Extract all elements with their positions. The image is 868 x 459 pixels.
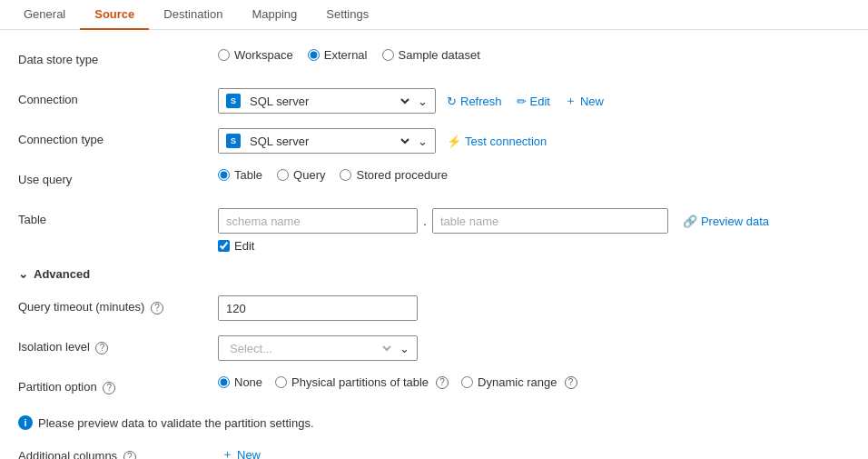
connection-label: Connection — [18, 88, 218, 106]
advanced-section[interactable]: ⌄ Advanced — [18, 267, 850, 281]
isolation-level-dropdown[interactable]: Select... Read committed Read uncommitte… — [218, 335, 418, 361]
isolation-level-select[interactable]: Select... Read committed Read uncommitte… — [226, 341, 394, 356]
radio-none-label: None — [234, 375, 262, 389]
dynamic-range-help-icon[interactable]: ? — [565, 376, 577, 389]
connection-type-label: Connection type — [18, 128, 218, 146]
edit-checkbox-label: Edit — [234, 239, 254, 253]
table-row: Table . 🔗 Preview data Edit — [18, 208, 850, 253]
refresh-label: Refresh — [460, 95, 502, 108]
physical-partitions-help-icon[interactable]: ? — [436, 376, 449, 389]
additional-columns-controls: ＋ New — [218, 444, 850, 459]
connection-row: Connection S SQL server ⌄ ↻ Refresh ✏ Ed… — [18, 88, 850, 114]
isolation-level-row: Isolation level ? Select... Read committ… — [18, 335, 850, 361]
connection-type-dropdown[interactable]: S SQL server ⌄ — [218, 128, 436, 154]
preview-data-button[interactable]: 🔗 Preview data — [683, 215, 769, 228]
conn-type-sql-icon: S — [226, 134, 241, 148]
use-query-row: Use query Table Query Stored procedure — [18, 168, 850, 194]
radio-query-label: Query — [293, 168, 325, 182]
radio-external-label: External — [324, 48, 368, 62]
data-store-type-row: Data store type Workspace External Sampl… — [18, 48, 850, 74]
use-query-label: Use query — [18, 168, 218, 186]
partition-option-help-icon[interactable]: ? — [103, 382, 115, 394]
form-content: Data store type Workspace External Sampl… — [0, 30, 868, 459]
add-column-plus-icon: ＋ — [222, 446, 233, 459]
refresh-icon: ↻ — [447, 95, 457, 108]
radio-physical-partitions-label: Physical partitions of table — [291, 375, 429, 389]
add-column-label: New — [237, 448, 261, 460]
isolation-chevron-icon: ⌄ — [399, 342, 409, 355]
add-column-button[interactable]: ＋ New — [218, 444, 264, 459]
additional-columns-row: Additional columns ? ＋ New — [18, 444, 850, 459]
radio-sample-dataset[interactable]: Sample dataset — [382, 48, 480, 62]
info-message-row: i Please preview data to validate the pa… — [18, 415, 850, 430]
test-connection-button[interactable]: ⚡ Test connection — [443, 133, 550, 150]
chevron-down-icon: ⌄ — [18, 267, 28, 281]
new-label: New — [580, 95, 604, 108]
radio-dynamic-range-label: Dynamic range — [478, 375, 557, 389]
radio-stored-procedure[interactable]: Stored procedure — [340, 168, 447, 182]
sql-icon: S — [226, 94, 241, 108]
info-message-text: Please preview data to validate the part… — [38, 416, 314, 430]
dropdown-chevron-icon: ⌄ — [418, 95, 428, 108]
query-timeout-input[interactable] — [218, 295, 418, 321]
tab-destination[interactable]: Destination — [149, 0, 237, 30]
query-timeout-row: Query timeout (minutes) ? — [18, 295, 850, 321]
radio-stored-procedure-label: Stored procedure — [356, 168, 447, 182]
table-name-input[interactable] — [432, 208, 668, 234]
radio-sample-dataset-label: Sample dataset — [399, 48, 480, 62]
query-timeout-label: Query timeout (minutes) ? — [18, 295, 218, 314]
isolation-level-help-icon[interactable]: ? — [95, 342, 108, 354]
data-store-type-label: Data store type — [18, 48, 218, 66]
radio-workspace-label: Workspace — [234, 48, 293, 62]
info-icon: i — [18, 415, 33, 430]
connection-type-select[interactable]: SQL server — [246, 134, 412, 149]
advanced-label: Advanced — [34, 267, 90, 281]
test-connection-label: Test connection — [465, 135, 547, 148]
additional-columns-help-icon[interactable]: ? — [123, 451, 136, 460]
connection-controls: S SQL server ⌄ ↻ Refresh ✏ Edit ＋ New — [218, 88, 850, 114]
refresh-button[interactable]: ↻ Refresh — [443, 93, 506, 110]
tab-bar: General Source Destination Mapping Setti… — [0, 0, 868, 30]
edit-label: Edit — [530, 95, 550, 108]
tab-source[interactable]: Source — [80, 0, 149, 30]
edit-checkbox[interactable]: Edit — [218, 239, 254, 253]
table-controls: . 🔗 Preview data Edit — [218, 208, 850, 253]
data-store-type-controls: Workspace External Sample dataset — [218, 48, 850, 62]
connection-select[interactable]: SQL server — [246, 94, 412, 109]
partition-option-row: Partition option ? None Physical partiti… — [18, 375, 850, 401]
query-timeout-controls — [218, 295, 850, 321]
test-icon: ⚡ — [447, 135, 461, 148]
additional-columns-label: Additional columns ? — [18, 444, 218, 459]
partition-option-controls: None Physical partitions of table ? Dyna… — [218, 375, 850, 389]
partition-option-label: Partition option ? — [18, 375, 218, 394]
radio-workspace[interactable]: Workspace — [218, 48, 293, 62]
schema-name-input[interactable] — [218, 208, 418, 234]
edit-icon: ✏ — [517, 95, 527, 108]
isolation-level-controls: Select... Read committed Read uncommitte… — [218, 335, 850, 361]
radio-physical-partitions[interactable]: Physical partitions of table ? — [275, 375, 449, 389]
connection-dropdown[interactable]: S SQL server ⌄ — [218, 88, 436, 114]
new-connection-button[interactable]: ＋ New — [561, 91, 607, 111]
tab-mapping[interactable]: Mapping — [237, 0, 311, 30]
preview-data-label: Preview data — [701, 215, 769, 228]
radio-query[interactable]: Query — [277, 168, 325, 182]
connection-type-row: Connection type S SQL server ⌄ ⚡ Test co… — [18, 128, 850, 154]
radio-table[interactable]: Table — [218, 168, 262, 182]
query-timeout-help-icon[interactable]: ? — [151, 302, 163, 314]
tab-settings[interactable]: Settings — [311, 0, 383, 30]
conn-type-chevron-icon: ⌄ — [418, 135, 428, 148]
radio-dynamic-range[interactable]: Dynamic range ? — [461, 375, 577, 389]
link-icon: 🔗 — [683, 215, 697, 228]
radio-none[interactable]: None — [218, 375, 262, 389]
isolation-level-label: Isolation level ? — [18, 335, 218, 354]
radio-external[interactable]: External — [308, 48, 368, 62]
connection-type-controls: S SQL server ⌄ ⚡ Test connection — [218, 128, 850, 154]
tab-general[interactable]: General — [9, 0, 80, 30]
radio-table-label: Table — [234, 168, 262, 182]
table-inputs-row: . 🔗 Preview data — [218, 208, 769, 234]
dot-separator: . — [421, 214, 429, 228]
edit-button[interactable]: ✏ Edit — [513, 93, 554, 110]
use-query-controls: Table Query Stored procedure — [218, 168, 850, 182]
plus-icon: ＋ — [565, 93, 577, 109]
table-label: Table — [18, 208, 218, 226]
